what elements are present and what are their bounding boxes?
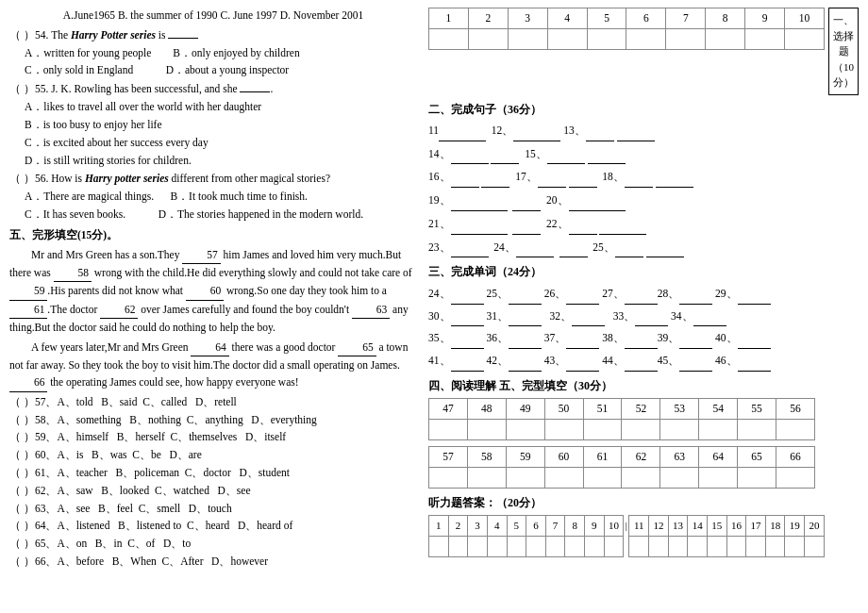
top-options-line: A.June1965 B. the summer of 1990 C. June… [9, 8, 417, 25]
right-column: 12345 678910 一、选择题（10分） 二、完成句子（36分） 11 1… [425, 8, 859, 605]
question-56: （ ）56. How is Harry potter series differ… [9, 171, 417, 223]
fill-lines-section2: 11 12、 13、 14、 15、 16、 17、 18、 19、 20、 2… [428, 121, 859, 257]
corner-label: 一、选择题（10分） [828, 8, 859, 95]
mcq-options-list: （ ）57、A、told B、said C、called D、retell （ … [9, 394, 417, 571]
listen-grid-wrap: 12345 678910 | 1112131415 1617181920 [428, 515, 859, 557]
question-54: （ ）54. The Harry Potter series is A．writ… [9, 27, 417, 79]
word-lines-section3: 24、 25、 26、 27、 28、 29、 30、 31、 32、 33、 … [428, 284, 859, 372]
passage: Mr and Mrs Green has a son.They 57 him J… [9, 246, 417, 392]
left-column: A.June1965 B. the summer of 1990 C. June… [9, 8, 425, 605]
answer-grid-section1: 12345 678910 [428, 8, 825, 50]
question-55: （ ）55. J. K. Rowling has been successful… [9, 81, 417, 169]
listen-label: 听力题答案：（20分） [428, 494, 859, 512]
section3-header: 三、完成单词（24分） [428, 263, 859, 281]
reading-grid: 4748495051 5253545556 5758596061 6263646… [428, 398, 859, 489]
section5-title: 五、完形填空(15分)。 [9, 227, 417, 244]
section4-header: 四、阅读理解 五、完型填空（30分） [428, 377, 859, 395]
section2-header: 二、完成句子（36分） [428, 101, 859, 119]
